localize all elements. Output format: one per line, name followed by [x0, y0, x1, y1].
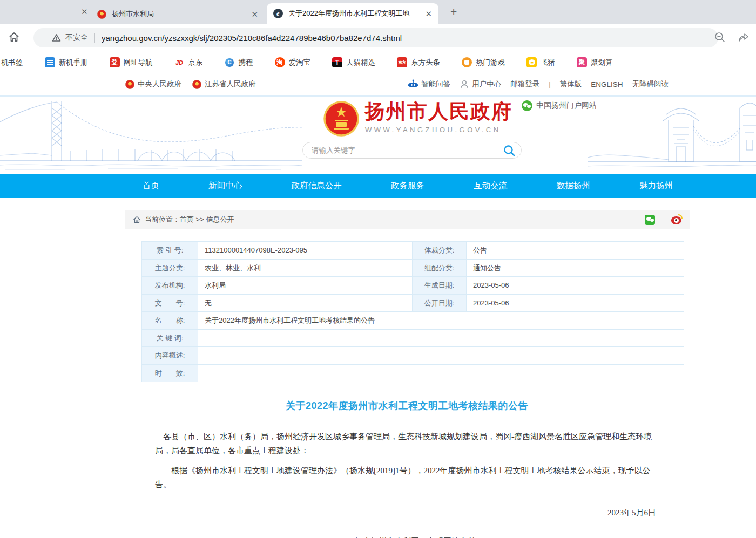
games-icon: [462, 57, 472, 67]
bridge-sketch-art-left: [0, 97, 302, 174]
tab-active-announcement[interactable]: e 关于2022年度扬州市水利工程文明工地 ✕: [267, 3, 438, 24]
meta-label-keywords: 关 键 词:: [142, 330, 198, 348]
article-paragraph: 各县（市、区）水利（务）局，扬州经济开发区城乡事务管理局，生态科技新城规划建设局…: [141, 430, 672, 458]
meta-label-index-no: 索 引 号:: [142, 242, 198, 260]
national-emblem-icon: [125, 80, 134, 89]
tab-title: 关于2022年度扬州市水利工程文明工地: [288, 9, 425, 18]
meta-label-org: 发布机构:: [142, 277, 198, 295]
new-tab-button[interactable]: +: [450, 6, 457, 17]
tmall-icon: T: [332, 57, 342, 67]
user-icon: [460, 79, 469, 89]
tab-bar: ✕ 扬州市水利局 ✕ e 关于2022年度扬州市水利工程文明工地 ✕ +: [0, 0, 756, 24]
meta-value-summary: [198, 347, 684, 365]
browser-window: ✕ 扬州市水利局 ✕ e 关于2022年度扬州市水利工程文明工地 ✕ + 不安全…: [0, 0, 756, 538]
close-icon[interactable]: ✕: [251, 10, 258, 18]
meta-value-keywords: [198, 330, 684, 348]
wechat-icon: [522, 100, 532, 111]
bridge-sketch-art-right: [588, 97, 756, 174]
search-icon[interactable]: [503, 144, 516, 157]
bookmark-site-nav[interactable]: 爻网址导航: [110, 57, 153, 67]
bookmark-eastday[interactable]: 东方东方头条: [397, 57, 440, 67]
link-user-center[interactable]: 用户中心: [460, 79, 501, 89]
meta-label-name: 名 称:: [142, 312, 198, 330]
meta-label-doc-no: 文 号:: [142, 295, 198, 312]
national-emblem-icon: [192, 80, 201, 89]
home-icon: [133, 216, 141, 223]
url-text[interactable]: yangzhou.gov.cn/yzszxxgk/slj/202305/210c…: [102, 33, 402, 43]
share-weibo-icon[interactable]: [671, 214, 683, 226]
site-utility-bar: 中央人民政府 江苏省人民政府 智能问答 用户中心 邮箱登录 | 繁体版 ENGL…: [0, 73, 756, 95]
meta-value-gen-date: 2023-05-06: [467, 277, 684, 295]
meta-value-name: 关于2022年度扬州市水利工程文明工地考核结果的公告: [198, 312, 684, 330]
site-subtitle: WWW.YANGZHOU.GOV.CN: [365, 126, 512, 134]
search-input[interactable]: [312, 146, 503, 154]
meta-label-genre: 体裁分类:: [413, 242, 467, 260]
nav-news-center[interactable]: 新闻中心: [208, 180, 242, 192]
site-nav-icon: 爻: [110, 57, 120, 67]
bookmark-juhuasuan[interactable]: 聚聚划算: [577, 57, 613, 67]
nav-data-yangzhou[interactable]: 数据扬州: [557, 180, 590, 192]
meta-label-topic: 主题分类:: [142, 260, 198, 277]
link-smart-qa[interactable]: 智能问答: [408, 79, 450, 90]
browser-logo-icon: e: [273, 9, 283, 18]
meta-label-gen-date: 生成日期:: [413, 277, 467, 295]
nav-home[interactable]: 首页: [143, 180, 159, 192]
link-accessibility[interactable]: 无障碍阅读: [632, 79, 669, 89]
divider: [94, 33, 95, 43]
article-title: 关于2022年度扬州市水利工程文明工地考核结果的公告: [141, 399, 672, 412]
main-navigation: 首页 新闻中心 政府信息公开 政务服务 互动交流 数据扬州 魅力扬州: [0, 174, 756, 198]
close-icon[interactable]: ✕: [81, 8, 88, 16]
address-bar: 不安全 yangzhou.gov.cn/yzszxxgk/slj/202305/…: [0, 24, 756, 52]
breadcrumb-path[interactable]: 首页 >> 信息公开: [180, 215, 234, 223]
link-central-gov[interactable]: 中央人民政府: [125, 79, 181, 89]
site-header-banner: 扬州市人民政府 WWW.YANGZHOU.GOV.CN 中国扬州门户网站: [0, 95, 756, 174]
close-icon[interactable]: ✕: [425, 10, 432, 18]
meta-value-genre: 公告: [467, 242, 684, 260]
meta-value-index-no: 11321000014407098E-2023-095: [198, 242, 413, 260]
document-meta-table: 索 引 号: 11321000014407098E-2023-095 体裁分类:…: [141, 241, 684, 382]
meta-label-group: 组配分类:: [413, 260, 467, 277]
link-english[interactable]: ENGLISH: [591, 80, 623, 88]
bookmark-fliggy[interactable]: 飞猪: [526, 57, 555, 67]
link-traditional-chinese[interactable]: 繁体版: [560, 79, 582, 89]
ctrip-icon: C: [225, 57, 235, 67]
share-wechat-icon[interactable]: [645, 215, 655, 225]
meta-label-validity: 时 效:: [142, 365, 198, 383]
site-logo[interactable]: 扬州市人民政府 WWW.YANGZHOU.GOV.CN: [323, 100, 512, 137]
manual-icon: [45, 57, 55, 67]
meta-value-org: 水利局: [198, 277, 413, 295]
bookmark-ctrip[interactable]: C携程: [225, 57, 253, 67]
site-title: 扬州市人民政府: [365, 100, 512, 124]
nav-gov-info-disclosure[interactable]: 政府信息公开: [292, 180, 342, 192]
taobao-icon: 淘: [275, 57, 285, 67]
article: 关于2022年度扬州市水利工程文明工地考核结果的公告 各县（市、区）水利（务）局…: [141, 399, 672, 538]
url-field[interactable]: 不安全 yangzhou.gov.cn/yzszxxgk/slj/202305/…: [33, 28, 718, 47]
nav-interaction[interactable]: 互动交流: [474, 180, 507, 192]
bookmark-jd[interactable]: JD京东: [174, 57, 203, 67]
link-jiangsu-gov[interactable]: 江苏省人民政府: [192, 79, 256, 89]
share-icon[interactable]: [738, 31, 750, 43]
robot-icon: [408, 79, 418, 90]
meta-label-summary: 内容概述:: [142, 347, 198, 365]
site-search: [302, 142, 522, 159]
security-label[interactable]: 不安全: [65, 33, 88, 43]
tab-title: 扬州市水利局: [112, 9, 251, 19]
nav-gov-services[interactable]: 政务服务: [391, 180, 424, 192]
link-mail-login[interactable]: 邮箱登录: [510, 79, 539, 89]
bookmark-phone-bookmarks[interactable]: 机书签: [1, 58, 23, 67]
bookmark-tmall[interactable]: T天猫精选: [332, 57, 375, 67]
bookmark-games[interactable]: 热门游戏: [462, 57, 505, 67]
bookmark-manual[interactable]: 新机手册: [45, 57, 88, 67]
nav-charming-yangzhou[interactable]: 魅力扬州: [639, 180, 673, 192]
meta-value-validity: [198, 365, 684, 383]
divider: |: [549, 80, 551, 88]
not-secure-warning-icon: [52, 33, 61, 42]
bookmark-taobao[interactable]: 淘爱淘宝: [275, 57, 311, 67]
meta-value-doc-no: 无: [198, 295, 413, 312]
tab-water-bureau[interactable]: 扬州市水利局 ✕: [91, 4, 265, 24]
national-emblem-logo: [323, 100, 360, 137]
zoom-out-icon[interactable]: [714, 31, 726, 43]
portal-label[interactable]: 中国扬州门户网站: [522, 100, 597, 111]
home-icon[interactable]: [8, 31, 21, 44]
meta-value-pub-date: 2023-05-06: [467, 295, 684, 312]
